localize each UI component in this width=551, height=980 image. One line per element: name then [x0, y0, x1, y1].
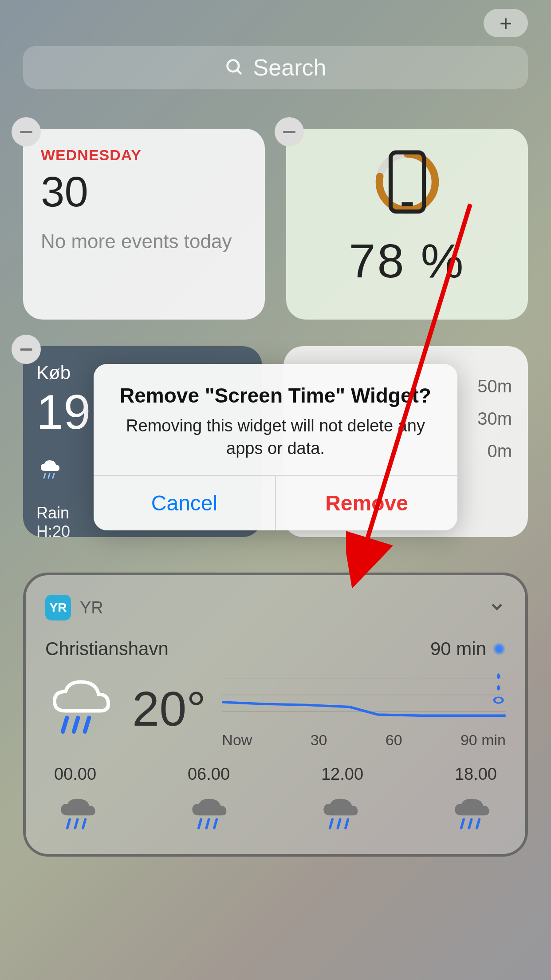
remove-widget-badge[interactable]: [275, 117, 304, 146]
svg-line-17: [75, 819, 78, 828]
calendar-day-name: WEDNESDAY: [41, 146, 247, 164]
calendar-day-number: 30: [41, 167, 247, 216]
remove-button[interactable]: Remove: [276, 476, 457, 530]
dialog-message: Removing this widget will not delete any…: [110, 415, 441, 460]
dialog-title: Remove "Screen Time" Widget?: [110, 383, 441, 409]
search-placeholder: Search: [253, 54, 327, 81]
cloud-rain-icon: [185, 794, 234, 834]
yr-location: Christianshavn: [45, 638, 169, 660]
svg-line-24: [346, 819, 348, 828]
cloud-rain-icon: [45, 678, 116, 740]
svg-line-21: [214, 819, 217, 828]
cloud-rain-icon: [54, 794, 103, 834]
svg-line-19: [199, 819, 201, 828]
svg-point-15: [494, 697, 503, 703]
svg-line-8: [53, 474, 54, 478]
yr-precipitation-chart: Now 30 60 90 min: [222, 668, 506, 749]
svg-line-16: [67, 819, 70, 828]
svg-line-9: [63, 718, 67, 731]
svg-line-26: [469, 819, 472, 828]
cloud-rain-icon: [36, 458, 63, 482]
yr-weather-widget[interactable]: YR YR Christianshavn 90 min 20°: [23, 573, 528, 857]
svg-line-1: [237, 70, 241, 74]
usage-ring: [374, 149, 441, 215]
yr-temperature: 20°: [132, 680, 206, 737]
svg-line-18: [83, 819, 86, 828]
phone-icon: [374, 149, 441, 215]
cloud-rain-icon: [448, 794, 497, 834]
screen-time-widget[interactable]: 78 %: [286, 129, 528, 320]
svg-line-25: [461, 819, 464, 828]
yr-radar-indicator: 90 min: [430, 638, 506, 660]
svg-line-23: [338, 819, 340, 828]
calendar-widget[interactable]: WEDNESDAY 30 No more events today: [23, 129, 265, 320]
plus-icon: +: [500, 11, 512, 36]
remove-widget-dialog: Remove "Screen Time" Widget? Removing th…: [94, 364, 457, 530]
search-icon: [225, 58, 244, 77]
svg-line-27: [477, 819, 480, 828]
cancel-button[interactable]: Cancel: [94, 476, 276, 530]
yr-app-icon: YR: [45, 595, 71, 620]
svg-line-22: [330, 819, 333, 828]
search-bar[interactable]: Search: [23, 46, 528, 89]
remove-widget-badge[interactable]: [12, 335, 41, 364]
chevron-down-icon[interactable]: [488, 598, 506, 617]
svg-line-20: [206, 819, 209, 828]
yr-hourly-icons: [45, 794, 506, 834]
yr-app-name: YR: [80, 598, 103, 617]
svg-point-0: [227, 60, 239, 72]
yr-hourly-times: 00.00 06.00 12.00 18.00: [45, 765, 506, 784]
cloud-rain-icon: [317, 794, 366, 834]
calendar-events-text: No more events today: [41, 229, 247, 254]
svg-line-6: [44, 474, 45, 478]
svg-line-10: [74, 718, 78, 731]
remove-widget-badge[interactable]: [12, 117, 41, 146]
screen-time-percent: 78 %: [304, 233, 510, 288]
svg-line-11: [85, 718, 89, 731]
svg-line-7: [48, 474, 50, 478]
add-widget-button[interactable]: +: [484, 9, 528, 37]
